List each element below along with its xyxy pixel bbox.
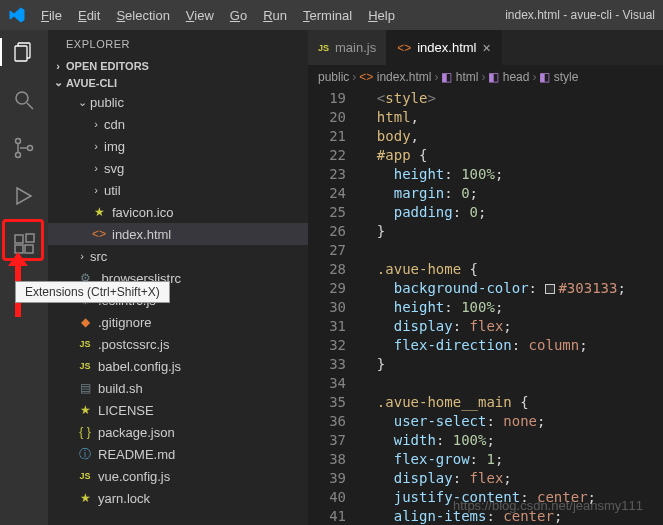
sidebar: EXPLORER ›OPEN EDITORS ⌄AVUE-CLI ⌄public… bbox=[48, 30, 308, 525]
window-title: index.html - avue-cli - Visual bbox=[505, 8, 655, 22]
tree-item[interactable]: { }package.json bbox=[48, 421, 308, 443]
svg-line-3 bbox=[27, 103, 33, 109]
close-icon[interactable]: × bbox=[482, 40, 490, 56]
tree-item-label: .gitignore bbox=[98, 315, 151, 330]
editor-tabs: JSmain.js<>index.html× bbox=[308, 30, 663, 65]
tree-item-label: public bbox=[90, 95, 124, 110]
run-debug-icon[interactable] bbox=[10, 182, 38, 210]
tree-item-label: index.html bbox=[112, 227, 171, 242]
editor-area: JSmain.js<>index.html× public›<> index.h… bbox=[308, 30, 663, 525]
svg-point-5 bbox=[16, 153, 21, 158]
tree-item[interactable]: ›src bbox=[48, 245, 308, 267]
svg-rect-1 bbox=[15, 46, 27, 61]
code-content[interactable]: <style> html, body, #app { height: 100%;… bbox=[360, 89, 663, 525]
tree-item[interactable]: <>index.html bbox=[48, 223, 308, 245]
breadcrumb[interactable]: public›<> index.html›◧ html›◧ head›◧ sty… bbox=[308, 65, 663, 89]
breadcrumb-item[interactable]: <> index.html bbox=[359, 70, 431, 84]
tree-item[interactable]: JS.postcssrc.js bbox=[48, 333, 308, 355]
titlebar: File Edit Selection View Go Run Terminal… bbox=[0, 0, 663, 30]
tree-item-label: build.sh bbox=[98, 381, 143, 396]
tree-item[interactable]: ⌄public bbox=[48, 91, 308, 113]
tree-item[interactable]: ›util bbox=[48, 179, 308, 201]
tree-item-label: src bbox=[90, 249, 107, 264]
chevron-right-icon: › bbox=[532, 70, 536, 84]
chevron-right-icon: › bbox=[434, 70, 438, 84]
svg-point-4 bbox=[16, 139, 21, 144]
tree-item-label: .postcssrc.js bbox=[98, 337, 170, 352]
tree-item-label: svg bbox=[104, 161, 124, 176]
tree-item[interactable]: ★favicon.ico bbox=[48, 201, 308, 223]
tree-item[interactable]: ⓘREADME.md bbox=[48, 443, 308, 465]
code-editor[interactable]: 19 20 21 22 23 24 25 26 27 28 29 30 31 3… bbox=[308, 89, 663, 525]
menu-view[interactable]: View bbox=[179, 4, 221, 27]
tree-item[interactable]: ★yarn.lock bbox=[48, 487, 308, 509]
tree-item[interactable]: JSvue.config.js bbox=[48, 465, 308, 487]
activity-bar bbox=[0, 30, 48, 525]
menu-terminal[interactable]: Terminal bbox=[296, 4, 359, 27]
menu-go[interactable]: Go bbox=[223, 4, 254, 27]
sidebar-title: EXPLORER bbox=[48, 30, 308, 58]
chevron-right-icon: › bbox=[352, 70, 356, 84]
tree-item-label: babel.config.js bbox=[98, 359, 181, 374]
tree-item[interactable]: ›img bbox=[48, 135, 308, 157]
search-icon[interactable] bbox=[10, 86, 38, 114]
vscode-logo-icon bbox=[8, 6, 26, 24]
menu-selection[interactable]: Selection bbox=[109, 4, 176, 27]
svg-point-2 bbox=[16, 92, 28, 104]
explorer-icon[interactable] bbox=[10, 38, 38, 66]
tree-item[interactable]: JSbabel.config.js bbox=[48, 355, 308, 377]
breadcrumb-item[interactable]: ◧ html bbox=[441, 70, 478, 84]
project-section[interactable]: ⌄AVUE-CLI bbox=[48, 74, 308, 91]
tree-item-label: package.json bbox=[98, 425, 175, 440]
breadcrumb-item[interactable]: ◧ head bbox=[488, 70, 529, 84]
tab-label: main.js bbox=[335, 40, 376, 55]
svg-point-6 bbox=[28, 146, 33, 151]
chevron-right-icon: › bbox=[52, 60, 64, 72]
chevron-right-icon: › bbox=[481, 70, 485, 84]
menu-file[interactable]: File bbox=[34, 4, 69, 27]
tree-item-label: README.md bbox=[98, 447, 175, 462]
tree-item[interactable]: ›svg bbox=[48, 157, 308, 179]
menu-help[interactable]: Help bbox=[361, 4, 402, 27]
tree-item-label: LICENSE bbox=[98, 403, 154, 418]
open-editors-section[interactable]: ›OPEN EDITORS bbox=[48, 58, 308, 74]
menu-run[interactable]: Run bbox=[256, 4, 294, 27]
source-control-icon[interactable] bbox=[10, 134, 38, 162]
tree-item-label: cdn bbox=[104, 117, 125, 132]
tree-item[interactable]: ★LICENSE bbox=[48, 399, 308, 421]
watermark: https://blog.csdn.net/jeansmy111 bbox=[453, 498, 643, 513]
tree-item-label: vue.config.js bbox=[98, 469, 170, 484]
breadcrumb-item[interactable]: public bbox=[318, 70, 349, 84]
menu-edit[interactable]: Edit bbox=[71, 4, 107, 27]
extensions-tooltip: Extensions (Ctrl+Shift+X) bbox=[15, 281, 170, 303]
tab-label: index.html bbox=[417, 40, 476, 55]
menubar: File Edit Selection View Go Run Terminal… bbox=[34, 4, 402, 27]
tree-item-label: img bbox=[104, 139, 125, 154]
chevron-down-icon: ⌄ bbox=[52, 76, 64, 89]
breadcrumb-item[interactable]: ◧ style bbox=[539, 70, 578, 84]
tree-item[interactable]: ›cdn bbox=[48, 113, 308, 135]
tree-item[interactable]: ▤build.sh bbox=[48, 377, 308, 399]
editor-tab[interactable]: <>index.html× bbox=[387, 30, 501, 65]
line-gutter: 19 20 21 22 23 24 25 26 27 28 29 30 31 3… bbox=[308, 89, 360, 525]
tree-item[interactable]: ◆.gitignore bbox=[48, 311, 308, 333]
tree-item-label: favicon.ico bbox=[112, 205, 173, 220]
editor-tab[interactable]: JSmain.js bbox=[308, 30, 387, 65]
tree-item-label: yarn.lock bbox=[98, 491, 150, 506]
tree-item-label: util bbox=[104, 183, 121, 198]
